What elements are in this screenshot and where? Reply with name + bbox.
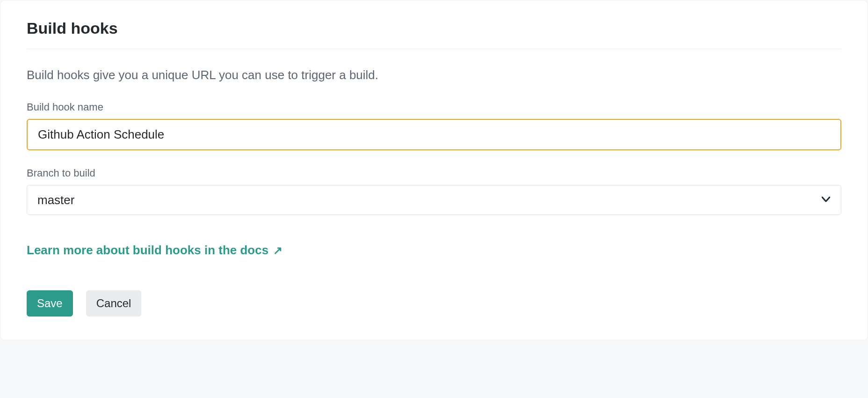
divider [27, 49, 841, 49]
section-title: Build hooks [27, 19, 841, 37]
section-description: Build hooks give you a unique URL you ca… [27, 68, 841, 82]
branch-label: Branch to build [27, 167, 841, 179]
branch-select-wrapper: master [27, 185, 841, 215]
learn-more-link[interactable]: Learn more about build hooks in the docs… [27, 243, 282, 258]
hook-name-field: Build hook name [27, 101, 841, 167]
branch-select[interactable]: master [27, 185, 841, 215]
save-button[interactable]: Save [27, 290, 73, 317]
hook-name-input[interactable] [27, 119, 841, 150]
hook-name-label: Build hook name [27, 101, 841, 113]
cancel-button[interactable]: Cancel [86, 290, 142, 317]
external-link-icon: ↗ [273, 244, 282, 257]
button-row: Save Cancel [27, 290, 841, 317]
learn-more-text: Learn more about build hooks in the docs [27, 243, 268, 258]
build-hooks-panel: Build hooks Build hooks give you a uniqu… [0, 0, 868, 340]
branch-field: Branch to build master [27, 167, 841, 215]
